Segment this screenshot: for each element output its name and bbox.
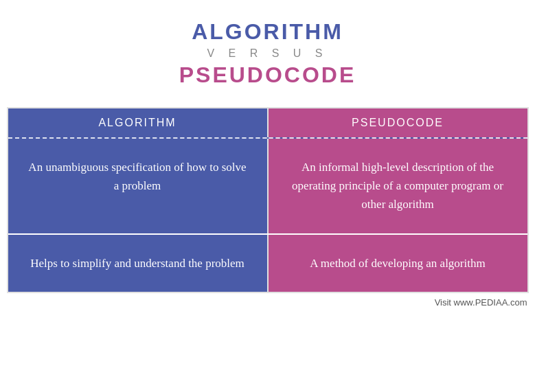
comparison-table: ALGORITHM PSEUDOCODE An unambiguous spec… xyxy=(7,107,529,293)
footer-text: Visit www.PEDIAA.com xyxy=(7,293,529,309)
header-section: ALGORITHM V E R S U S PSEUDOCODE xyxy=(0,0,535,100)
cell-pseudocode-definition: An informal high-level description of th… xyxy=(269,139,527,233)
col-header-pseudocode: PSEUDOCODE xyxy=(269,108,527,137)
table-row-2: Helps to simplify and understand the pro… xyxy=(8,233,527,292)
versus-text: V E R S U S xyxy=(207,47,328,60)
table-header: ALGORITHM PSEUDOCODE xyxy=(8,108,527,137)
cell-pseudocode-purpose: A method of developing an algorithm xyxy=(269,235,527,292)
title-algorithm: ALGORITHM xyxy=(192,19,343,45)
col-header-algorithm: ALGORITHM xyxy=(8,108,269,137)
table-row-1: An unambiguous specification of how to s… xyxy=(8,137,527,233)
cell-algorithm-definition: An unambiguous specification of how to s… xyxy=(8,139,269,233)
cell-algorithm-purpose: Helps to simplify and understand the pro… xyxy=(8,235,269,292)
title-pseudocode: PSEUDOCODE xyxy=(179,62,356,88)
